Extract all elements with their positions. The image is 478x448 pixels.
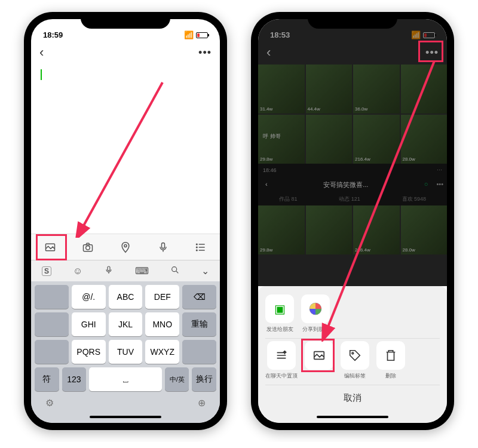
kb-mic-icon[interactable] [104, 265, 114, 277]
key-abc[interactable]: ABC [109, 285, 143, 309]
kb-search-icon[interactable] [170, 265, 180, 277]
key-jkl[interactable]: JKL [109, 312, 143, 336]
inner-more-icon[interactable]: ••• [431, 180, 443, 189]
key-mno[interactable]: MNO [145, 312, 179, 336]
back-button[interactable]: ‹ [39, 45, 44, 60]
arrow-annotation [73, 76, 168, 238]
svg-point-3 [85, 246, 90, 250]
nav-bar: ‹ ••• [31, 41, 220, 65]
video-thumb[interactable] [401, 65, 448, 113]
video-thumb[interactable]: 28.0w [401, 115, 448, 164]
more-button[interactable]: ••• [198, 47, 212, 59]
status-bar: 18:59 📶 [31, 19, 220, 41]
profile-stats: 作品 81 动态 121 喜欢 5948 [258, 193, 447, 205]
share-sheet: ▣ 发送给朋友 分享到朋友 在聊天中置顶 [258, 286, 447, 423]
status-icons-r: 📶 [411, 30, 435, 39]
video-thumb[interactable]: 36.0w [353, 65, 400, 113]
cancel-button[interactable]: 取消 [265, 385, 440, 411]
key-123[interactable]: 123 [62, 367, 87, 391]
video-thumb[interactable]: 216.4w [353, 115, 400, 164]
phone-right: 18:53 📶 ‹ ••• 31.4w 44.4w 36.0w 29.8w呼 帅… [251, 12, 454, 430]
svg-rect-12 [108, 266, 110, 271]
inner-back-icon[interactable]: ‹ [262, 180, 268, 189]
action-delete[interactable]: 删除 [376, 341, 405, 380]
key-enter-top[interactable] [182, 340, 216, 364]
emoji-icon[interactable]: ☺ [73, 266, 82, 277]
svg-point-4 [124, 244, 127, 247]
video-thumb[interactable]: 44.4w [306, 65, 353, 113]
refresh-icon[interactable]: ○ [424, 180, 432, 189]
camera-icon[interactable] [77, 237, 99, 258]
keyboard-bottom: ⚙ ⊕ [31, 395, 220, 411]
video-thumb[interactable]: 28.0w [401, 205, 448, 254]
key-pqrs[interactable]: PQRS [72, 340, 106, 364]
ime-logo-icon[interactable]: S [42, 266, 51, 276]
back-button-r[interactable]: ‹ [266, 45, 271, 60]
inner-status-bar: 18:46 ⋯ [258, 164, 447, 177]
svg-line-0 [82, 82, 163, 229]
key-side[interactable] [35, 312, 69, 336]
key-at[interactable]: @/. [72, 285, 106, 309]
key-tuv[interactable]: TUV [109, 340, 143, 364]
profile-name: 安哥搞笑微喜... [323, 180, 368, 189]
home-indicator-r [265, 411, 440, 423]
video-thumb[interactable] [306, 115, 353, 164]
key-delete[interactable]: ⌫ [182, 285, 216, 309]
text-cursor [41, 69, 42, 80]
key-symbol[interactable]: 符 [35, 367, 59, 391]
image-icon[interactable] [39, 237, 61, 258]
key-backspace[interactable] [35, 285, 69, 309]
share-row-apps: ▣ 发送给朋友 分享到朋友 [265, 294, 440, 333]
video-thumb[interactable]: 216.4w [353, 205, 400, 254]
key-space[interactable]: ⎵ [89, 367, 162, 391]
list-icon[interactable] [190, 237, 212, 258]
compose-textarea[interactable] [31, 65, 220, 234]
key-lang[interactable]: 中/英 [165, 367, 189, 391]
svg-point-9 [197, 244, 198, 245]
action-pin[interactable]: 在聊天中置顶 [265, 341, 298, 380]
pin-icon [267, 341, 296, 370]
action-image[interactable] [305, 341, 333, 380]
location-icon[interactable] [115, 237, 136, 258]
video-thumb[interactable]: 29.8w呼 帅哥 [258, 115, 305, 164]
video-thumb[interactable]: 29.8w [258, 205, 305, 254]
keyboard: @/. ABC DEF ⌫ GHI JKL MNO 重输 PQRS TUV WX… [31, 281, 220, 395]
video-thumb[interactable]: 31.4w [258, 65, 305, 113]
action-edit-tags[interactable]: 编辑标签 [341, 341, 369, 380]
kb-settings-icon[interactable]: ⚙ [45, 397, 54, 409]
kb-layout-icon[interactable]: ⌨ [135, 265, 149, 277]
signal-icon: 📶 [184, 30, 194, 39]
key-reinput[interactable]: 重输 [182, 312, 216, 336]
svg-point-13 [172, 266, 177, 271]
share-row-actions: 在聊天中置顶 编辑标签 [265, 341, 440, 380]
svg-point-11 [197, 250, 198, 251]
key-side2[interactable] [35, 340, 69, 364]
battery-icon-r [423, 32, 435, 38]
stat-dynamic[interactable]: 动态 121 [339, 195, 360, 203]
more-button-r[interactable]: ••• [425, 47, 439, 59]
moments-icon [301, 294, 330, 323]
key-def[interactable]: DEF [145, 285, 179, 309]
video-grid-bottom: 29.8w 216.4w 28.0w [258, 205, 447, 254]
share-send-friend[interactable]: ▣ 发送给朋友 [265, 294, 294, 333]
svg-point-10 [197, 247, 198, 248]
stat-works[interactable]: 作品 81 [279, 195, 298, 203]
key-enter[interactable]: 换行 [192, 367, 216, 391]
key-wxyz[interactable]: WXYZ [145, 340, 179, 364]
kb-collapse-icon[interactable]: ⌄ [201, 265, 209, 277]
svg-rect-5 [162, 243, 165, 248]
stat-likes[interactable]: 喜欢 5948 [402, 195, 427, 203]
status-bar-r: 18:53 📶 [258, 19, 447, 41]
profile-title-row: ‹ 安哥搞笑微喜... ○ ••• [258, 177, 447, 193]
dimmed-background: 18:53 📶 ‹ ••• 31.4w 44.4w 36.0w 29.8w呼 帅… [258, 19, 447, 286]
kb-globe-icon[interactable]: ⊕ [198, 397, 206, 409]
screen-left: 18:59 📶 ‹ ••• [31, 19, 220, 423]
mic-icon[interactable] [152, 237, 174, 258]
trash-icon [376, 341, 405, 370]
video-thumb[interactable] [306, 205, 353, 254]
phone-left: 18:59 📶 ‹ ••• [24, 12, 227, 430]
share-moments[interactable]: 分享到朋友 [301, 294, 330, 333]
key-ghi[interactable]: GHI [72, 312, 106, 336]
image-action-icon [305, 341, 333, 370]
home-indicator [31, 411, 220, 423]
